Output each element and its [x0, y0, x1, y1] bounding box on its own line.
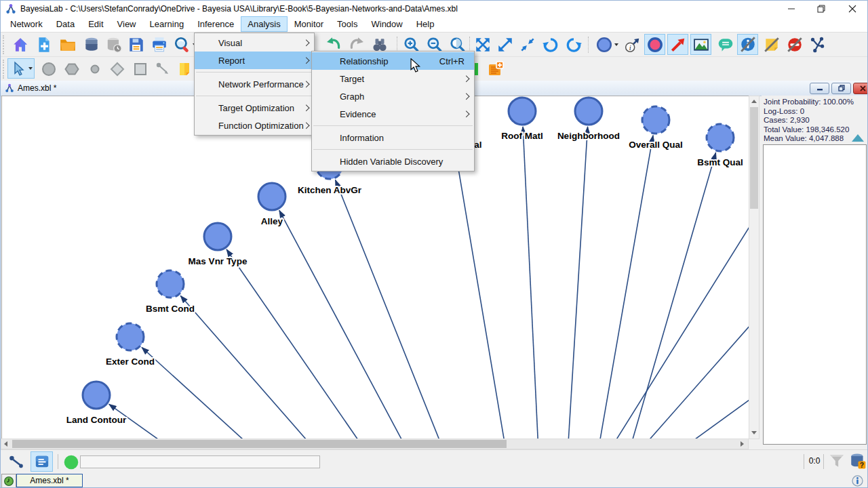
report-submenu-item-information[interactable]: Information: [312, 129, 474, 146]
report-submenu-item-hidden-variable-discovery[interactable]: Hidden Variable Discovery: [312, 152, 474, 170]
node-neighborhood[interactable]: [575, 98, 602, 125]
target-node-toggle[interactable]: [646, 35, 664, 54]
scroll-down-arrow[interactable]: [751, 431, 757, 434]
small-node-tool[interactable]: [86, 60, 103, 77]
edge-to-hidden-partial[interactable]: [452, 132, 551, 439]
vertical-scroll-thumb[interactable]: [750, 107, 758, 209]
filter-icon[interactable]: [827, 451, 846, 470]
toolbar-grip[interactable]: [3, 60, 4, 79]
polytree-layout-button[interactable]: [808, 35, 826, 54]
close-window-button[interactable]: [839, 1, 866, 16]
image-display-toggle[interactable]: [692, 35, 710, 54]
edge-to-bsmt-cond[interactable]: [180, 296, 551, 439]
comment-bubble-toggle[interactable]: [716, 35, 734, 54]
database-status-icon[interactable]: ?: [848, 451, 867, 470]
node-bsmt-cond[interactable]: [157, 270, 184, 298]
node-display-mode-button[interactable]: [595, 35, 613, 54]
scroll-left-arrow[interactable]: [4, 441, 7, 447]
report-submenu-item-relationship[interactable]: RelationshipCtrl+R: [312, 52, 474, 70]
scroll-right-arrow[interactable]: [741, 441, 744, 447]
print-button[interactable]: [150, 35, 168, 54]
node-label-alley[interactable]: Alley: [261, 216, 283, 226]
rotate-left-button[interactable]: [541, 35, 559, 54]
edge-to-neighborhood[interactable]: [551, 127, 588, 439]
arc-tool[interactable]: [154, 60, 171, 77]
arc-comment-info-button[interactable]: i: [623, 35, 642, 54]
menu-item-edit[interactable]: Edit: [81, 16, 110, 32]
edge-to-kitchen-abvgr[interactable]: [336, 180, 551, 439]
report-submenu-item-graph[interactable]: Graph: [312, 87, 474, 105]
document-restore-button[interactable]: [831, 83, 851, 94]
save-button[interactable]: [127, 35, 145, 54]
new-network-icon[interactable]: [35, 35, 53, 54]
node-label-exter-cond[interactable]: Exter Cond: [106, 357, 155, 367]
menu-item-tools[interactable]: Tools: [330, 16, 364, 32]
node-label-mas-vnr-type[interactable]: Mas Vnr Type: [189, 256, 248, 266]
fit-graph-icon[interactable]: [473, 35, 492, 54]
search-icon[interactable]: [173, 35, 191, 54]
monitor-toggle-button[interactable]: [31, 451, 53, 472]
node-label-hidden-partial[interactable]: al: [474, 140, 481, 150]
menu-item-data[interactable]: Data: [50, 16, 81, 32]
taskbar-tab-ames[interactable]: Ames.xbl *: [16, 474, 83, 487]
report-submenu-item-target[interactable]: Target: [312, 70, 474, 87]
node-land-contour[interactable]: [83, 382, 110, 409]
edge-line[interactable]: [626, 293, 749, 439]
edge-to-alley[interactable]: [279, 210, 551, 439]
node-label-roof-matl[interactable]: Roof Matl: [501, 131, 543, 141]
scroll-up-arrow[interactable]: [751, 100, 757, 103]
edge-line[interactable]: [585, 164, 749, 439]
edge-to-roof-matl[interactable]: [523, 127, 551, 439]
clock-button[interactable]: [1, 474, 16, 488]
analysis-menu-item-function-optimization[interactable]: Function Optimization: [195, 117, 314, 134]
minimize-window-button[interactable]: [778, 1, 805, 16]
edge-to-bsmt-qual[interactable]: [551, 152, 716, 439]
node-label-land-contour[interactable]: Land Contour: [66, 415, 127, 425]
selection-cursor-tool[interactable]: [9, 60, 26, 77]
edge-to-mas-vnr-type[interactable]: [226, 249, 551, 439]
cursor-tool-caret[interactable]: [28, 67, 33, 70]
hide-forbidden-toggle[interactable]: [785, 35, 804, 54]
node-label-neighborhood[interactable]: Neighborhood: [557, 131, 620, 141]
database-button[interactable]: [82, 35, 100, 54]
edge-line[interactable]: [606, 205, 749, 439]
arc-display-toggle[interactable]: [669, 35, 687, 54]
analysis-menu-item-target-optimization[interactable]: Target Optimization: [195, 99, 314, 117]
node-alley[interactable]: [258, 183, 285, 210]
square-node-tool[interactable]: [132, 60, 149, 77]
hide-information-toggle[interactable]: [738, 35, 757, 54]
horizontal-scrollbar[interactable]: [1, 439, 749, 449]
home-button[interactable]: [11, 35, 29, 54]
arc-status-icon[interactable]: [7, 453, 26, 471]
diamond-node-tool[interactable]: [108, 60, 125, 77]
collapse-diagonal-icon[interactable]: [518, 35, 536, 54]
node-bsmt-qual[interactable]: [707, 124, 734, 151]
menu-item-help[interactable]: Help: [410, 16, 441, 32]
menu-item-window[interactable]: Window: [364, 16, 409, 32]
monitor-panel-empty[interactable]: [763, 144, 867, 445]
node-overall-qual[interactable]: [642, 106, 669, 134]
node-display-caret[interactable]: [614, 43, 618, 46]
hide-notes-toggle[interactable]: [762, 35, 781, 54]
circle-node-tool[interactable]: [40, 60, 57, 77]
report-submenu-item-evidence[interactable]: Evidence: [312, 105, 474, 123]
node-label-overall-qual[interactable]: Overall Qual: [629, 140, 683, 150]
document-close-button[interactable]: [853, 83, 868, 94]
document-minimize-button[interactable]: [810, 83, 829, 94]
database-history-button[interactable]: [104, 35, 123, 54]
toolbar-grip[interactable]: [3, 35, 4, 54]
add-note-list-icon[interactable]: [487, 60, 504, 77]
node-mas-vnr-type[interactable]: [204, 223, 231, 250]
menu-item-analysis[interactable]: Analysis: [241, 16, 287, 32]
menu-item-inference[interactable]: Inference: [191, 16, 241, 32]
edge-to-land-contour[interactable]: [109, 404, 551, 439]
edge-to-exter-cond[interactable]: [142, 347, 551, 439]
note-tool[interactable]: [176, 60, 193, 77]
info-button[interactable]: [848, 473, 866, 488]
horizontal-scroll-thumb[interactable]: [12, 440, 507, 448]
hexagon-node-tool[interactable]: [63, 60, 80, 77]
expand-diagonal-icon[interactable]: [496, 35, 514, 54]
menu-item-network[interactable]: Network: [3, 16, 50, 32]
node-label-bsmt-qual[interactable]: Bsmt Qual: [697, 157, 743, 167]
menu-item-monitor[interactable]: Monitor: [288, 16, 330, 32]
